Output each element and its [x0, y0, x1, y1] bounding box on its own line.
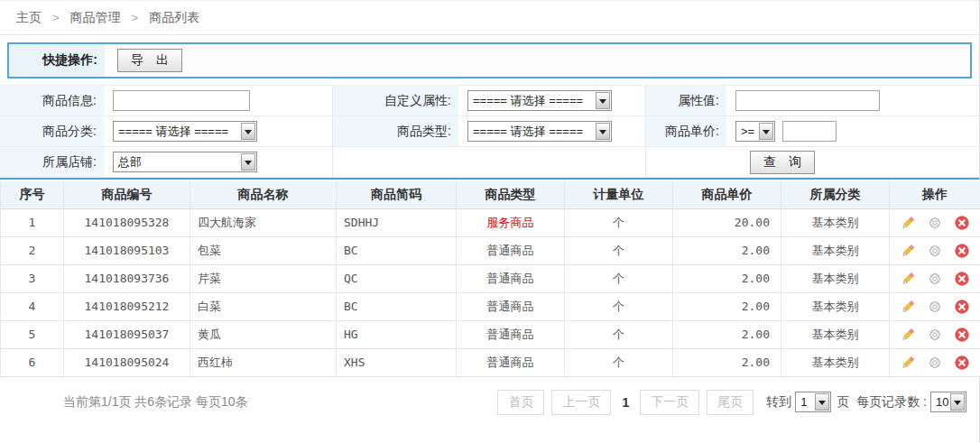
cell-short-code: HG [337, 320, 457, 348]
cell-unit: 个 [565, 208, 673, 236]
quick-operations-bar: 快捷操作: 导 出 [7, 42, 972, 78]
delete-icon[interactable] [955, 328, 969, 342]
chevron-down-icon [596, 123, 610, 140]
search-button[interactable]: 查 询 [750, 151, 815, 174]
product-list-page: 主页 > 商品管理 > 商品列表 快捷操作: 导 出 商品信息: 自定义属性: … [0, 0, 980, 443]
product-type-select[interactable]: ===== 请选择 ===== [467, 121, 612, 142]
cell-product-name: 包菜 [190, 236, 337, 264]
cell-unit-price: 2.00 [673, 348, 781, 376]
cell-actions [890, 264, 980, 292]
cell-product-type: 普通商品 [457, 236, 565, 264]
filter-empty-cell [332, 147, 458, 178]
cell-unit: 个 [565, 320, 673, 348]
table-row: 3 141018093736 芹菜 QC 普通商品 个 2.00 基本类别 [1, 264, 980, 292]
breadcrumb-home[interactable]: 主页 [16, 10, 42, 26]
column-header-seq: 序号 [1, 181, 64, 208]
cell-category: 基本类别 [781, 348, 890, 376]
table-row: 1 141018095328 四大航海家 SDHHJ 服务商品 个 20.00 … [1, 208, 980, 236]
cell-unit-price: 2.00 [673, 292, 781, 320]
prev-page-button[interactable]: 上一页 [551, 390, 611, 415]
cell-seq: 1 [1, 208, 64, 236]
cell-product-name: 白菜 [190, 292, 337, 320]
unit-price-input[interactable] [782, 121, 837, 142]
edit-pencil-icon[interactable] [901, 355, 915, 370]
delete-icon[interactable] [955, 244, 969, 258]
cell-product-name: 黄瓜 [190, 320, 337, 348]
edit-pencil-icon[interactable] [901, 300, 915, 314]
delete-icon[interactable] [955, 300, 969, 314]
cell-category: 基本类别 [781, 320, 890, 348]
cell-product-code: 141018093736 [64, 264, 190, 292]
product-type-cell: ===== 请选择 ===== [458, 116, 645, 147]
unit-price-operator-select[interactable]: >= [735, 121, 775, 142]
unit-price-cell: >= [726, 116, 979, 147]
unit-price-label: 商品单价: [645, 116, 726, 147]
category-select-value: ===== 请选择 ===== [114, 124, 241, 140]
delete-icon[interactable] [955, 272, 969, 286]
edit-pencil-icon[interactable] [901, 272, 915, 286]
edit-pencil-icon[interactable] [901, 244, 915, 258]
delete-icon[interactable] [955, 355, 969, 370]
attr-value-cell [726, 86, 979, 116]
cell-actions [890, 348, 980, 376]
first-page-button[interactable]: 首页 [497, 390, 544, 415]
product-table-container: 序号 商品编号 商品名称 商品简码 商品类型 计量单位 商品单价 所属分类 操作… [0, 178, 979, 377]
cell-actions [890, 320, 980, 348]
edit-pencil-icon[interactable] [901, 328, 915, 342]
breadcrumb-separator: > [132, 11, 139, 24]
cell-product-type: 普通商品 [457, 320, 565, 348]
category-select[interactable]: ===== 请选择 ===== [113, 121, 257, 142]
export-button[interactable]: 导 出 [117, 49, 182, 72]
custom-attr-select[interactable]: ===== 请选择 ===== [467, 90, 612, 111]
cell-unit: 个 [565, 236, 673, 264]
category-cell: ===== 请选择 ===== [104, 116, 332, 147]
product-type-label: 商品类型: [332, 116, 458, 147]
cell-actions [890, 208, 980, 236]
column-header-actions: 操作 [890, 181, 980, 208]
table-row: 5 141018095037 黄瓜 HG 普通商品 个 2.00 基本类别 [1, 320, 980, 348]
settings-gear-icon[interactable] [928, 244, 942, 258]
column-header-unit-price: 商品单价 [673, 181, 781, 208]
table-row: 4 141018095212 白菜 BC 普通商品 个 2.00 基本类别 [1, 292, 980, 320]
delete-icon[interactable] [955, 216, 969, 230]
store-select[interactable]: 总部 [113, 152, 257, 172]
cell-actions [890, 236, 980, 264]
cell-product-type: 普通商品 [457, 264, 565, 292]
breadcrumb-product-list: 商品列表 [149, 10, 199, 26]
cell-seq: 3 [1, 264, 64, 292]
breadcrumb-product-management[interactable]: 商品管理 [70, 10, 121, 26]
product-info-label: 商品信息: [0, 86, 104, 116]
edit-pencil-icon[interactable] [901, 216, 915, 230]
cell-unit: 个 [565, 264, 673, 292]
goto-page-select[interactable]: 1 [795, 392, 831, 412]
column-header-product-type: 商品类型 [457, 181, 565, 208]
table-body: 1 141018095328 四大航海家 SDHHJ 服务商品 个 20.00 … [1, 208, 980, 376]
settings-gear-icon[interactable] [928, 300, 942, 314]
attr-value-label: 属性值: [645, 86, 726, 116]
cell-category: 基本类别 [781, 292, 890, 320]
cell-product-type: 普通商品 [457, 292, 565, 320]
breadcrumb: 主页 > 商品管理 > 商品列表 [0, 0, 979, 35]
store-select-value: 总部 [114, 154, 241, 171]
column-header-unit: 计量单位 [565, 181, 673, 208]
settings-gear-icon[interactable] [928, 328, 942, 342]
cell-product-code: 141018095328 [64, 208, 190, 236]
cell-unit-price: 2.00 [673, 264, 781, 292]
custom-attr-label: 自定义属性: [332, 86, 458, 116]
product-type-select-value: ===== 请选择 ===== [468, 124, 596, 140]
last-page-button[interactable]: 尾页 [707, 390, 753, 415]
next-page-button[interactable]: 下一页 [640, 390, 699, 415]
attr-value-input[interactable] [735, 90, 880, 111]
pagination-summary: 当前第1/1页 共6条记录 每页10条 [63, 394, 248, 411]
product-info-input[interactable] [113, 90, 250, 111]
settings-gear-icon[interactable] [928, 216, 942, 230]
quick-operations-actions: 导 出 [105, 44, 970, 77]
quick-operations-label: 快捷操作: [9, 44, 105, 77]
column-header-category: 所属分类 [781, 181, 890, 208]
cell-product-name: 四大航海家 [190, 208, 337, 236]
settings-gear-icon[interactable] [928, 272, 942, 286]
page-size-select[interactable]: 10 [930, 392, 966, 412]
cell-short-code: SDHHJ [337, 208, 457, 236]
cell-product-type: 服务商品 [457, 208, 565, 236]
settings-gear-icon[interactable] [928, 355, 942, 370]
